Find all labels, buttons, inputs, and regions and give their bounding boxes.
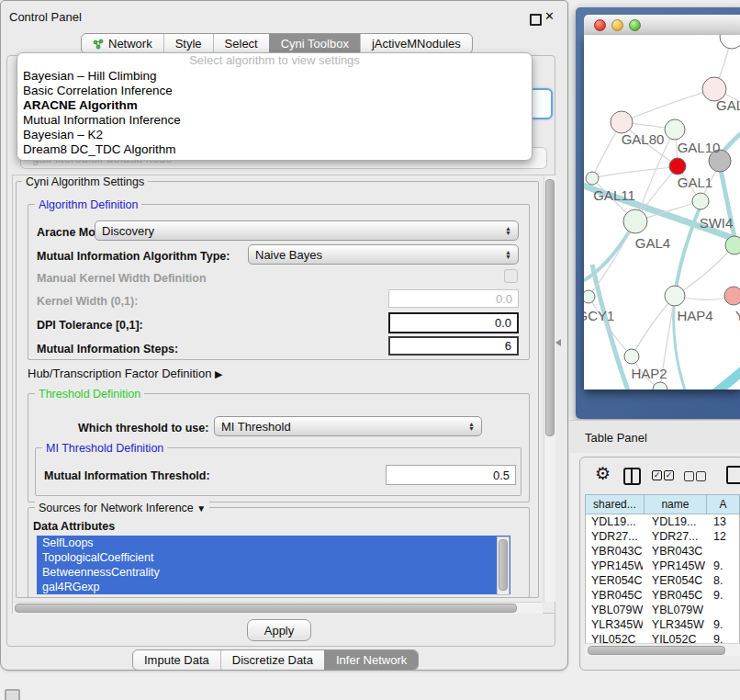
apply-button[interactable]: Apply (247, 619, 311, 641)
attributes-list-scrollbar[interactable] (497, 536, 510, 595)
table-export-icon[interactable] (726, 466, 740, 484)
table-row[interactable]: YLR345WYLR345W9. (586, 617, 739, 632)
table-row[interactable]: YER054CYER054C8. (586, 573, 739, 588)
minimize-traffic-light-icon[interactable] (611, 19, 623, 31)
algorithm-option[interactable]: Dream8 DC_TDC Algorithm (17, 142, 532, 157)
threshold-definition-title: Threshold Definition (35, 388, 144, 401)
aracne-mode-combobox[interactable]: Discovery ▲▼ (95, 220, 519, 241)
node-hap2[interactable] (624, 349, 639, 364)
node-salmon[interactable] (724, 287, 740, 305)
node[interactable] (653, 382, 667, 390)
node-label: SWI4 (700, 215, 734, 231)
hub-section-label[interactable]: Hub/Transcription Factor Definition ▶ (28, 367, 222, 380)
tab-network[interactable]: Network (82, 34, 163, 53)
select-all-checkbox-icon[interactable]: ✓ (652, 470, 662, 480)
table-cell: YLR345W (591, 617, 643, 632)
network-edge[interactable] (592, 166, 678, 178)
mi-threshold-definition-title: MI Threshold Definition (42, 442, 167, 455)
attribute-list-item[interactable]: gal4RGexp (37, 580, 510, 594)
bottom-tab-infer-network[interactable]: Infer Network (324, 650, 418, 670)
node-gal4[interactable] (623, 209, 647, 233)
which-threshold-combobox[interactable]: MI Threshold ▲▼ (214, 416, 482, 436)
node[interactable] (720, 35, 740, 49)
tab-cyni-toolbox[interactable]: Cyni Toolbox (269, 34, 360, 53)
table-row[interactable]: YIL052CYIL052C9. (586, 632, 739, 643)
zoom-traffic-light-icon[interactable] (629, 19, 641, 31)
table-row[interactable]: YBL079WYBL079W (586, 603, 739, 617)
network-edge[interactable] (703, 367, 740, 390)
node-label: GAL (716, 97, 740, 113)
node-gcy1[interactable] (584, 290, 595, 303)
table-cell: YPR145W (591, 559, 643, 573)
table-row[interactable]: YBR045CYBR045C9. (586, 588, 739, 603)
network-edge[interactable] (632, 296, 675, 356)
node-red[interactable] (669, 158, 686, 175)
mi-threshold-field[interactable]: 0.5 (386, 465, 516, 485)
float-window-icon[interactable] (530, 14, 542, 26)
node-hap4[interactable] (665, 286, 685, 306)
attributes-list-scrollbar-thumb[interactable] (499, 539, 508, 591)
manual-kernel-checkbox[interactable] (504, 269, 518, 283)
mi-steps-field[interactable]: 6 (388, 336, 519, 356)
tab-style[interactable]: Style (163, 34, 213, 53)
table-row[interactable]: YPR145WYPR145W9. (586, 559, 739, 573)
node-label: HAP4 (677, 308, 712, 323)
dpi-tolerance-field[interactable]: 0.0 (388, 312, 519, 333)
algorithm-option[interactable]: Mutual Information Inference (17, 113, 532, 128)
table-row[interactable]: YBR043CYBR043C (586, 544, 739, 559)
mi-steps-label: Mutual Information Steps: (37, 343, 178, 356)
table-cell: YLR345W (652, 617, 706, 632)
column-header-3[interactable]: A (707, 494, 740, 514)
bottom-tab-discretize-data[interactable]: Discretize Data (220, 650, 324, 670)
sources-title[interactable]: Sources for Network Inference ▼ (35, 502, 209, 514)
mi-type-combobox[interactable]: Naive Bayes ▲▼ (248, 244, 519, 265)
table-row[interactable]: YDL19...YDL19...13 (586, 514, 739, 529)
node-gal10[interactable] (665, 119, 685, 140)
column-header-2[interactable]: name (645, 494, 707, 514)
bottom-tab-label: Impute Data (144, 653, 209, 667)
network-edge[interactable] (622, 89, 714, 122)
attribute-list-item[interactable]: SelfLoops (37, 536, 510, 550)
settings-vertical-scrollbar-thumb[interactable] (545, 179, 555, 436)
dock-widget-fragment[interactable] (5, 689, 20, 700)
attribute-list-item[interactable]: TopologicalCoefficient (37, 550, 510, 565)
network-window-titlebar[interactable] (584, 15, 740, 36)
column-header-1[interactable]: shared... (585, 494, 645, 514)
table-horizontal-scrollbar[interactable] (585, 643, 740, 656)
kernel-width-field[interactable]: 0.0 (388, 289, 519, 308)
algorithm-option[interactable]: Basic Correlation Inference (17, 84, 532, 98)
settings-horizontal-scrollbar-thumb[interactable] (15, 604, 517, 613)
algorithm-option[interactable]: Bayesian – Hill Climbing (17, 69, 532, 84)
select-all-checkbox-icon[interactable]: ✓ (664, 470, 674, 480)
close-traffic-light-icon[interactable] (594, 19, 606, 31)
table-settings-gear-icon[interactable]: ⚙ (595, 465, 611, 482)
algorithm-option[interactable]: Bayesian – K2 (17, 128, 532, 142)
algorithm-popup-placeholder: Select algorithm to view settings (17, 53, 532, 69)
node-gal80[interactable] (611, 111, 633, 133)
attribute-list-item[interactable]: BetweennessCentrality (37, 565, 510, 580)
collapse-arrow-icon[interactable]: ▼ (196, 503, 206, 514)
deselect-all-checkbox-icon[interactable] (696, 471, 706, 481)
node-swi4[interactable] (725, 236, 740, 254)
settings-horizontal-scrollbar[interactable] (13, 602, 543, 614)
node-gal11[interactable] (586, 172, 599, 185)
bottom-tab-impute-data[interactable]: Impute Data (133, 650, 220, 670)
panel-divider-handle[interactable] (555, 339, 561, 346)
table-cell: YDL19... (652, 514, 706, 529)
table-cell: 9. (713, 632, 739, 643)
node-label: GAL11 (593, 187, 635, 203)
expand-arrow-icon[interactable]: ▶ (215, 368, 222, 379)
close-window-icon[interactable]: ✕ (544, 9, 555, 23)
table-row[interactable]: YDR27...YDR27...12 (586, 529, 739, 544)
tab-jactivemnodules[interactable]: jActiveMNodules (360, 34, 472, 53)
network-canvas[interactable]: GALGAL80GAL10GAL11GAL1GAL4SWI4GCY1HAP4YH… (584, 35, 740, 390)
cyni-bottom-tab-bar: Impute DataDiscretize DataInfer Network (132, 649, 419, 671)
kernel-width-value: 0.0 (496, 292, 512, 306)
algorithm-option[interactable]: ARACNE Algorithm (17, 98, 532, 113)
tab-select[interactable]: Select (213, 34, 269, 53)
settings-vertical-scrollbar[interactable] (544, 175, 555, 602)
deselect-all-checkbox-icon[interactable] (684, 471, 694, 481)
table-horizontal-scrollbar-thumb[interactable] (588, 646, 725, 655)
column-visibility-icon[interactable] (623, 468, 641, 485)
node-gal1[interactable] (692, 193, 709, 209)
